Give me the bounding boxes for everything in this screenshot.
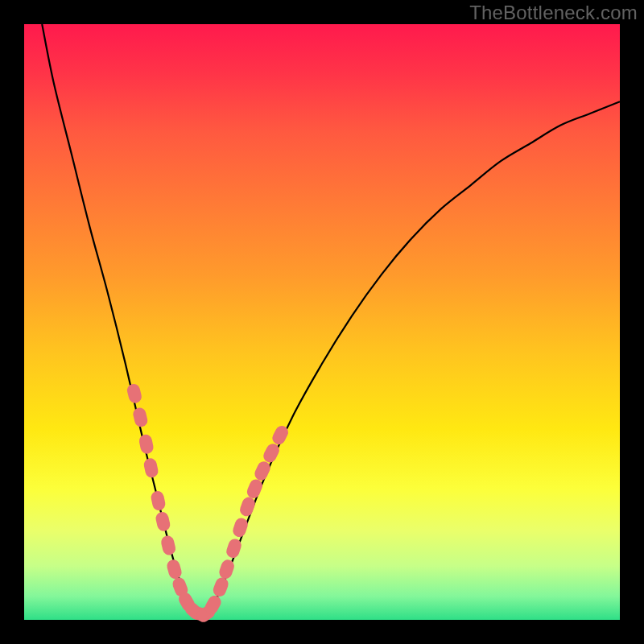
curve-marker xyxy=(155,510,171,532)
curve-marker xyxy=(160,535,177,556)
curve-marker xyxy=(150,490,167,512)
watermark-text: TheBottleneck.com xyxy=(469,2,638,24)
markers-group xyxy=(126,382,290,625)
plot-area xyxy=(24,24,620,620)
curve-marker xyxy=(142,457,159,479)
curve-marker xyxy=(166,558,184,580)
chart-frame: TheBottleneck.com xyxy=(0,0,644,644)
curve-marker xyxy=(138,433,155,455)
curve-marker xyxy=(126,382,142,404)
curve-marker xyxy=(211,576,230,598)
curve-marker xyxy=(132,407,149,428)
curve-marker xyxy=(253,460,273,483)
curve-marker xyxy=(245,477,264,500)
bottleneck-curve xyxy=(42,24,620,614)
curve-marker xyxy=(238,495,257,518)
bottleneck-curve-svg xyxy=(24,24,620,620)
curve-marker xyxy=(231,516,250,539)
